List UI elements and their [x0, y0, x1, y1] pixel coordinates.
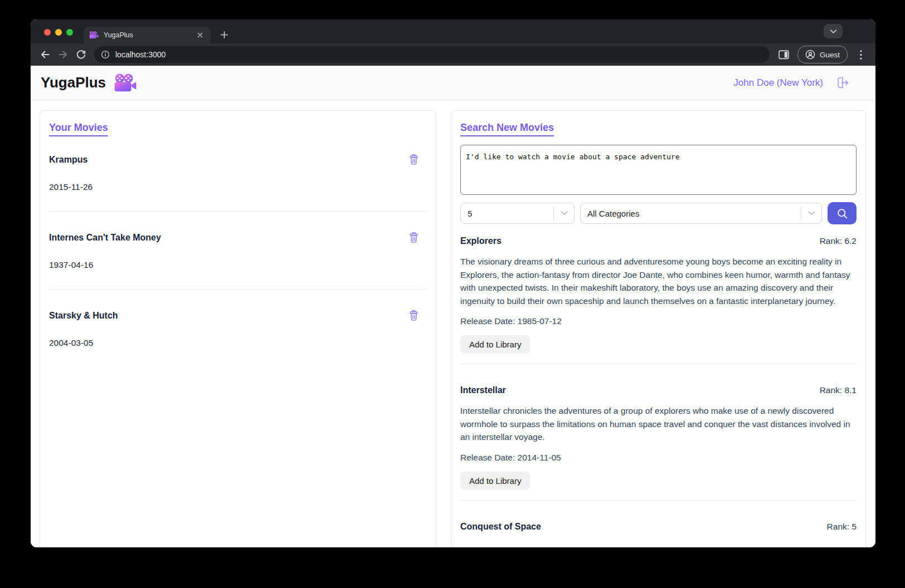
forward-icon[interactable]	[54, 46, 72, 63]
result-rank: Rank: 8.1	[820, 385, 857, 395]
search-icon	[836, 208, 848, 219]
your-movies-heading: Your Movies	[49, 122, 108, 134]
search-results: Explorers Rank: 6.2 The visionary dreams…	[460, 236, 857, 532]
user-name: John Doe (New York)	[733, 77, 823, 89]
zoom-window-button[interactable]	[66, 29, 73, 36]
person-circle-icon	[805, 50, 815, 60]
browser-menu-icon[interactable]	[852, 46, 870, 63]
movie-title: Starsky & Hutch	[49, 311, 118, 321]
browser-window: YugaPlus	[31, 19, 875, 547]
main-content: Your Movies Krampus	[31, 100, 875, 547]
movie-release-date: 2004-03-05	[49, 338, 427, 348]
movie-list-item: Internes Can't Take Money	[49, 232, 427, 290]
search-button[interactable]	[828, 202, 857, 224]
result-title: Interstellar	[460, 385, 506, 395]
movie-list: Krampus 2015-11	[49, 154, 427, 348]
category-select[interactable]: All Categories	[580, 203, 822, 224]
result-title: Conquest of Space	[460, 522, 541, 532]
yugaplus-app: YugaPlus John Doe (New York)	[31, 66, 875, 547]
movie-camera-icon	[114, 74, 137, 92]
reload-icon[interactable]	[72, 46, 90, 63]
result-release-date: Release Date: 1985-07-12	[460, 316, 857, 326]
tab-title: YugaPlus	[104, 31, 190, 39]
minimize-window-button[interactable]	[55, 29, 62, 36]
search-controls: 5 All Categories	[460, 203, 857, 224]
delete-movie-button[interactable]	[408, 232, 419, 243]
side-panel-icon[interactable]	[775, 46, 793, 63]
result-rank: Rank: 5	[827, 522, 857, 532]
tab-yugaplus[interactable]: YugaPlus	[84, 27, 211, 43]
result-rank: Rank: 6.2	[820, 236, 857, 246]
delete-movie-button[interactable]	[408, 310, 419, 321]
traffic-lights	[44, 29, 73, 36]
movie-list-item: Starsky & Hutch	[49, 310, 427, 348]
favicon-movie-camera-icon	[89, 31, 99, 39]
address-bar[interactable]: localhost:3000	[94, 46, 770, 63]
category-value: All Categories	[581, 209, 801, 218]
browser-toolbar: localhost:3000 Guest	[31, 43, 875, 66]
result-title: Explorers	[460, 236, 502, 246]
back-icon[interactable]	[36, 46, 54, 63]
profile-label: Guest	[820, 51, 840, 59]
result-description: The visionary dreams of three curious an…	[460, 255, 852, 307]
movie-title: Internes Can't Take Money	[49, 233, 161, 243]
logout-button[interactable]	[835, 76, 850, 90]
brand-title: YugaPlus	[41, 74, 106, 91]
url-text: localhost:3000	[115, 50, 166, 59]
search-heading: Search New Movies	[460, 122, 554, 134]
search-result-item: Conquest of Space Rank: 5	[460, 522, 857, 532]
tab-overflow-button[interactable]	[824, 24, 843, 38]
movie-release-date: 1937-04-16	[49, 260, 427, 270]
trash-icon	[408, 310, 419, 321]
movie-title: Krampus	[49, 155, 87, 165]
search-result-item: Explorers Rank: 6.2 The visionary dreams…	[460, 236, 857, 364]
chevron-down-icon	[801, 203, 821, 223]
site-info-icon[interactable]	[101, 50, 110, 59]
result-release-date: Release Date: 2014-11-05	[460, 453, 857, 463]
tab-strip: YugaPlus	[31, 19, 875, 43]
profile-button[interactable]: Guest	[797, 46, 848, 63]
tab-close-icon[interactable]	[195, 30, 205, 40]
result-description: Interstellar chronicles the adventures o…	[460, 404, 852, 444]
search-query-input[interactable]: I'd like to watch a movie about a space …	[460, 145, 857, 195]
search-result-item: Interstellar Rank: 8.1 Interstellar chro…	[460, 385, 857, 501]
close-window-button[interactable]	[44, 29, 51, 36]
add-to-library-button[interactable]: Add to Library	[460, 472, 530, 490]
trash-icon	[408, 232, 419, 243]
trash-icon	[408, 154, 419, 165]
results-limit-value: 5	[461, 209, 553, 218]
chevron-down-icon	[554, 203, 574, 223]
logout-icon	[835, 76, 850, 90]
new-tab-button[interactable]	[217, 27, 231, 42]
movie-release-date: 2015-11-26	[49, 182, 427, 192]
search-panel: Search New Movies I'd like to watch a mo…	[451, 110, 866, 547]
your-movies-panel: Your Movies Krampus	[40, 110, 436, 547]
app-header: YugaPlus John Doe (New York)	[31, 66, 875, 100]
movie-list-item: Krampus 2015-11	[49, 154, 427, 212]
results-limit-select[interactable]: 5	[460, 203, 575, 224]
delete-movie-button[interactable]	[408, 154, 419, 165]
add-to-library-button[interactable]: Add to Library	[460, 335, 530, 354]
